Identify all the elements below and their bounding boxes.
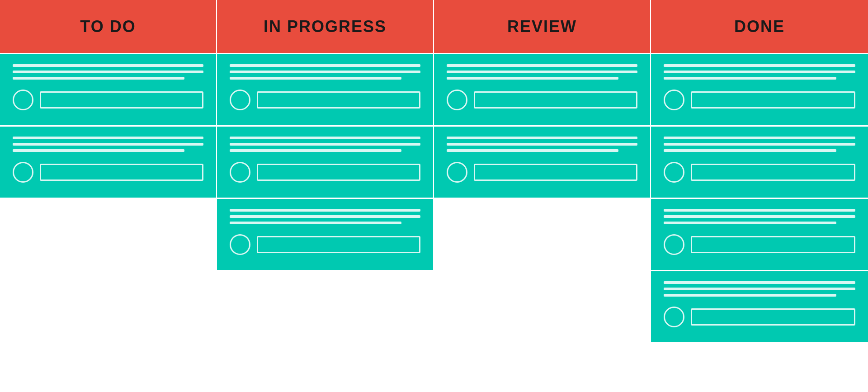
- card-avatar: [664, 307, 684, 327]
- card-avatar: [664, 90, 684, 110]
- column-todo: TO DO: [0, 0, 217, 344]
- card-label: [257, 236, 420, 253]
- card-label: [691, 91, 855, 109]
- card-line: [447, 149, 618, 152]
- card-label: [691, 164, 855, 181]
- card-avatar: [13, 90, 33, 110]
- column-title-inprogress: IN PROGRESS: [264, 17, 387, 36]
- card-lines: [13, 64, 203, 80]
- card-bottom: [664, 307, 855, 327]
- card-line: [664, 281, 855, 284]
- column-body-review: [434, 54, 650, 199]
- card-lines: [230, 209, 420, 224]
- card-done-1[interactable]: [651, 54, 868, 127]
- card-lines: [447, 64, 637, 80]
- card-bottom: [447, 162, 637, 183]
- card-label: [691, 236, 855, 253]
- card-label: [40, 91, 203, 109]
- column-header-done: DONE: [651, 0, 868, 54]
- card-line: [13, 143, 203, 146]
- card-line: [230, 143, 420, 146]
- card-lines: [664, 209, 855, 224]
- card-line: [664, 209, 855, 212]
- column-header-review: REVIEW: [434, 0, 650, 54]
- card-line: [664, 64, 855, 67]
- card-line: [13, 137, 203, 139]
- card-inprogress-3[interactable]: [217, 199, 433, 271]
- card-bottom: [230, 234, 420, 255]
- card-bottom: [13, 162, 203, 183]
- card-line: [447, 143, 637, 146]
- card-lines: [447, 137, 637, 152]
- card-done-2[interactable]: [651, 127, 868, 199]
- card-line: [13, 149, 184, 152]
- card-line: [13, 77, 184, 80]
- card-line: [230, 71, 420, 73]
- card-line: [664, 149, 836, 152]
- card-line: [664, 215, 855, 218]
- card-label: [474, 164, 637, 181]
- column-inprogress: IN PROGRESS: [217, 0, 434, 344]
- column-title-todo: TO DO: [80, 17, 136, 36]
- card-bottom: [230, 90, 420, 110]
- card-lines: [664, 137, 855, 152]
- column-header-todo: TO DO: [0, 0, 216, 54]
- card-lines: [664, 281, 855, 297]
- column-body-done: [651, 54, 868, 344]
- card-inprogress-1[interactable]: [217, 54, 433, 127]
- card-todo-1[interactable]: [0, 54, 216, 127]
- card-line: [230, 209, 420, 212]
- card-line: [664, 143, 855, 146]
- card-review-2[interactable]: [434, 127, 650, 199]
- card-bottom: [664, 162, 855, 183]
- card-done-3[interactable]: [651, 199, 868, 271]
- card-avatar: [447, 90, 467, 110]
- card-bottom: [13, 90, 203, 110]
- kanban-board: TO DO: [0, 0, 868, 344]
- card-line: [664, 137, 855, 139]
- card-avatar: [447, 162, 467, 183]
- card-line: [664, 288, 855, 290]
- card-line: [13, 64, 203, 67]
- card-avatar: [230, 234, 250, 255]
- column-title-done: DONE: [734, 17, 785, 36]
- card-line: [447, 77, 618, 80]
- card-line: [230, 222, 401, 224]
- column-review: REVIEW: [434, 0, 651, 344]
- card-line: [664, 71, 855, 73]
- card-line: [13, 71, 203, 73]
- card-label: [257, 91, 420, 109]
- card-line: [230, 215, 420, 218]
- card-avatar: [230, 90, 250, 110]
- card-avatar: [664, 234, 684, 255]
- card-avatar: [230, 162, 250, 183]
- card-bottom: [664, 234, 855, 255]
- card-lines: [230, 137, 420, 152]
- column-done: DONE: [651, 0, 868, 344]
- column-body-inprogress: [217, 54, 433, 271]
- card-line: [447, 137, 637, 139]
- card-lines: [664, 64, 855, 80]
- card-line: [664, 77, 836, 80]
- card-label: [40, 164, 203, 181]
- card-label: [691, 308, 855, 326]
- card-todo-2[interactable]: [0, 127, 216, 199]
- card-lines: [13, 137, 203, 152]
- column-header-inprogress: IN PROGRESS: [217, 0, 433, 54]
- card-inprogress-2[interactable]: [217, 127, 433, 199]
- card-lines: [230, 64, 420, 80]
- card-label: [257, 164, 420, 181]
- card-bottom: [664, 90, 855, 110]
- card-bottom: [447, 90, 637, 110]
- card-bottom: [230, 162, 420, 183]
- card-review-1[interactable]: [434, 54, 650, 127]
- card-line: [664, 294, 836, 297]
- card-line: [230, 137, 420, 139]
- column-body-todo: [0, 54, 216, 199]
- card-done-4[interactable]: [651, 271, 868, 344]
- column-title-review: REVIEW: [507, 17, 577, 36]
- card-line: [447, 64, 637, 67]
- card-line: [664, 222, 836, 224]
- card-avatar: [664, 162, 684, 183]
- card-line: [230, 149, 401, 152]
